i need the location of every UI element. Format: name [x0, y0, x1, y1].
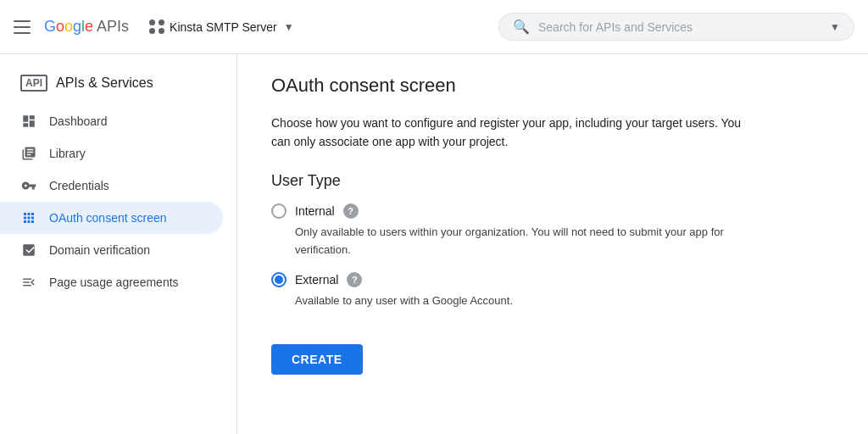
oauth-icon: [20, 210, 37, 225]
sidebar-item-domain[interactable]: Domain verification: [0, 234, 223, 266]
project-chevron-icon: ▼: [284, 21, 294, 33]
internal-description: Only available to users within your orga…: [271, 224, 729, 259]
sidebar-item-domain-label: Domain verification: [49, 243, 150, 257]
layout: API APIs & Services Dashboard Library Cr…: [0, 54, 868, 434]
help-icon-internal[interactable]: ?: [343, 203, 359, 219]
sidebar-item-library[interactable]: Library: [0, 137, 223, 170]
radio-external[interactable]: [271, 272, 287, 287]
dashboard-icon: [20, 114, 37, 129]
sidebar-item-dashboard-label: Dashboard: [49, 114, 108, 128]
sidebar-item-library-label: Library: [49, 147, 86, 160]
main-content: OAuth consent screen Choose how you want…: [237, 54, 868, 434]
top-nav: Google APIs Kinsta SMTP Server ▼ 🔍 Searc…: [0, 0, 868, 54]
sidebar-header: API APIs & Services: [0, 61, 236, 105]
project-name: Kinsta SMTP Server: [170, 20, 277, 34]
page-title: OAuth consent screen: [271, 75, 834, 97]
credentials-icon: [20, 178, 37, 193]
radio-internal-label: Internal: [295, 204, 335, 218]
radio-external-inner: [275, 275, 283, 284]
api-badge: API: [20, 75, 47, 92]
search-icon: 🔍: [513, 19, 530, 35]
sidebar-item-dashboard[interactable]: Dashboard: [0, 105, 223, 137]
sidebar-item-credentials[interactable]: Credentials: [0, 170, 223, 202]
user-type-title: User Type: [271, 172, 834, 190]
project-selector[interactable]: Kinsta SMTP Server ▼: [142, 16, 300, 38]
radio-internal[interactable]: [271, 203, 287, 219]
help-icon-external[interactable]: ?: [347, 272, 362, 287]
option-internal: Internal ? Only available to users withi…: [271, 203, 834, 259]
project-icon: [149, 19, 164, 35]
library-icon: [20, 146, 37, 161]
sidebar-item-oauth[interactable]: OAuth consent screen: [0, 202, 223, 234]
sidebar-item-credentials-label: Credentials: [49, 179, 109, 192]
menu-icon[interactable]: [14, 17, 34, 37]
search-bar[interactable]: 🔍 Search for APIs and Services ▼: [498, 13, 854, 41]
google-logo-text: Google: [44, 18, 93, 36]
option-external: External ? Available to any user with a …: [271, 272, 834, 310]
page-usage-icon: [20, 275, 37, 290]
sidebar-item-oauth-label: OAuth consent screen: [49, 211, 167, 225]
sidebar: API APIs & Services Dashboard Library Cr…: [0, 54, 237, 434]
sidebar-section-title: APIs & Services: [56, 75, 153, 91]
create-button[interactable]: CREATE: [271, 344, 363, 375]
domain-icon: [20, 242, 37, 258]
search-chevron-icon: ▼: [830, 21, 840, 33]
radio-external-label: External: [295, 273, 338, 287]
sidebar-item-page-usage[interactable]: Page usage agreements: [0, 266, 223, 298]
google-apis-logo: Google APIs: [44, 18, 129, 36]
external-description: Available to any user with a Google Acco…: [271, 292, 729, 310]
description-text: Choose how you want to configure and reg…: [271, 114, 746, 152]
search-placeholder-text: Search for APIs and Services: [538, 20, 821, 34]
sidebar-item-page-usage-label: Page usage agreements: [49, 275, 179, 289]
apis-text: APIs: [97, 18, 129, 36]
radio-row-internal: Internal ?: [271, 203, 834, 219]
radio-row-external: External ?: [271, 272, 834, 287]
